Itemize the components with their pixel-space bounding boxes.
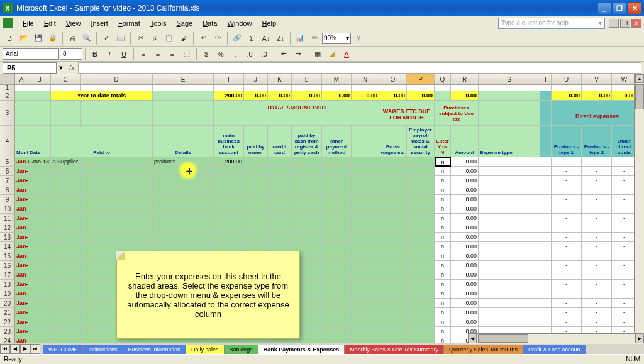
cell[interactable] bbox=[322, 157, 352, 167]
cell[interactable]: - bbox=[582, 204, 612, 214]
cell[interactable]: paid by owner bbox=[244, 126, 268, 157]
cell[interactable]: - bbox=[582, 157, 612, 167]
cell[interactable]: A Supplier bbox=[51, 157, 80, 167]
cell[interactable] bbox=[540, 91, 552, 101]
cell[interactable] bbox=[540, 261, 552, 270]
cell[interactable] bbox=[407, 223, 435, 233]
cell[interactable] bbox=[479, 223, 540, 233]
cell[interactable] bbox=[379, 85, 407, 91]
cell[interactable] bbox=[28, 242, 51, 251]
cell[interactable]: - bbox=[552, 280, 582, 289]
cell[interactable]: - bbox=[552, 185, 582, 195]
cell[interactable] bbox=[352, 214, 379, 223]
cell[interactable] bbox=[479, 233, 540, 242]
cell[interactable] bbox=[479, 91, 540, 101]
cell[interactable]: 0.00 bbox=[451, 308, 479, 317]
cell[interactable] bbox=[379, 242, 407, 251]
row-header[interactable]: 15 bbox=[0, 251, 15, 261]
cell[interactable] bbox=[214, 233, 244, 242]
cell[interactable] bbox=[51, 214, 80, 223]
cell[interactable] bbox=[28, 214, 51, 223]
cell[interactable]: paid by cash from register & petty cash bbox=[292, 126, 322, 157]
col-header-R[interactable]: R bbox=[451, 74, 479, 84]
cell[interactable] bbox=[352, 204, 379, 214]
cell[interactable] bbox=[51, 101, 80, 126]
cell[interactable] bbox=[540, 167, 552, 176]
cell[interactable] bbox=[407, 299, 435, 308]
col-header-V[interactable]: V bbox=[582, 74, 612, 84]
menu-file[interactable]: File bbox=[18, 18, 39, 28]
cell[interactable]: - bbox=[552, 195, 582, 204]
cell[interactable] bbox=[322, 167, 352, 176]
cell[interactable]: Jan-13 bbox=[15, 261, 28, 270]
borders-button[interactable]: ▦ bbox=[311, 47, 325, 61]
sheet-tab[interactable]: Bankings bbox=[224, 345, 258, 354]
research-button[interactable]: 📖 bbox=[114, 31, 128, 45]
cell[interactable] bbox=[268, 167, 292, 176]
row-header[interactable]: 23 bbox=[0, 327, 15, 336]
cell[interactable] bbox=[540, 308, 552, 317]
cell[interactable] bbox=[80, 157, 153, 167]
cell[interactable] bbox=[407, 233, 435, 242]
cell[interactable] bbox=[51, 261, 80, 270]
align-left-button[interactable]: ≡ bbox=[136, 47, 150, 61]
cell[interactable] bbox=[244, 195, 268, 204]
cell[interactable] bbox=[153, 233, 214, 242]
preview-button[interactable]: 🔍 bbox=[80, 31, 94, 45]
cell[interactable] bbox=[479, 280, 540, 289]
cell[interactable]: - bbox=[582, 195, 612, 204]
cell[interactable] bbox=[407, 195, 435, 204]
cell[interactable] bbox=[244, 233, 268, 242]
cell[interactable]: n bbox=[435, 233, 451, 242]
cell[interactable]: n bbox=[435, 204, 451, 214]
dec-indent-button[interactable]: ⇤ bbox=[277, 47, 291, 61]
cell[interactable] bbox=[292, 242, 322, 251]
cell[interactable] bbox=[352, 299, 379, 308]
cell[interactable] bbox=[479, 204, 540, 214]
italic-button[interactable]: I bbox=[103, 47, 116, 61]
cell[interactable] bbox=[292, 167, 322, 176]
cell[interactable]: Purchases subject to Use tax bbox=[435, 101, 479, 126]
cell[interactable] bbox=[379, 261, 407, 270]
cell[interactable] bbox=[407, 289, 435, 299]
cell[interactable]: - bbox=[612, 242, 637, 251]
cell[interactable] bbox=[28, 85, 51, 91]
cell[interactable] bbox=[479, 185, 540, 195]
cell[interactable]: - bbox=[552, 261, 582, 270]
cell[interactable] bbox=[51, 251, 80, 261]
cell[interactable] bbox=[540, 126, 552, 157]
cell[interactable] bbox=[352, 289, 379, 299]
cell[interactable] bbox=[214, 204, 244, 214]
zoom-selector[interactable]: 90%▾ bbox=[322, 33, 351, 44]
cell[interactable] bbox=[322, 317, 352, 327]
cell[interactable] bbox=[28, 327, 51, 336]
cell[interactable] bbox=[214, 214, 244, 223]
cell[interactable] bbox=[80, 195, 153, 204]
cell[interactable] bbox=[292, 233, 322, 242]
cell[interactable] bbox=[479, 289, 540, 299]
cell[interactable]: Details bbox=[153, 126, 214, 157]
cell[interactable] bbox=[352, 280, 379, 289]
cell[interactable] bbox=[80, 214, 153, 223]
cell[interactable]: - bbox=[582, 308, 612, 317]
cell[interactable] bbox=[292, 176, 322, 185]
cell[interactable]: - bbox=[612, 317, 637, 327]
cell[interactable]: Jan-13 bbox=[15, 176, 28, 185]
cell[interactable] bbox=[435, 85, 451, 91]
cell[interactable] bbox=[322, 270, 352, 280]
cell[interactable]: - bbox=[582, 251, 612, 261]
tab-first-button[interactable]: ⏮ bbox=[0, 344, 10, 354]
col-header-N[interactable]: N bbox=[352, 74, 379, 84]
cell[interactable]: n bbox=[435, 176, 451, 185]
cell[interactable]: - bbox=[582, 167, 612, 176]
cell[interactable] bbox=[540, 251, 552, 261]
cell[interactable]: n bbox=[435, 299, 451, 308]
cell[interactable] bbox=[352, 327, 379, 336]
cell[interactable] bbox=[28, 101, 51, 126]
cell[interactable]: Date bbox=[28, 126, 51, 157]
format-painter-button[interactable]: 🖌 bbox=[177, 31, 191, 45]
cell[interactable] bbox=[214, 195, 244, 204]
menu-edit[interactable]: Edit bbox=[39, 18, 61, 28]
fx-icon[interactable]: fx bbox=[65, 64, 78, 72]
cell[interactable] bbox=[28, 233, 51, 242]
